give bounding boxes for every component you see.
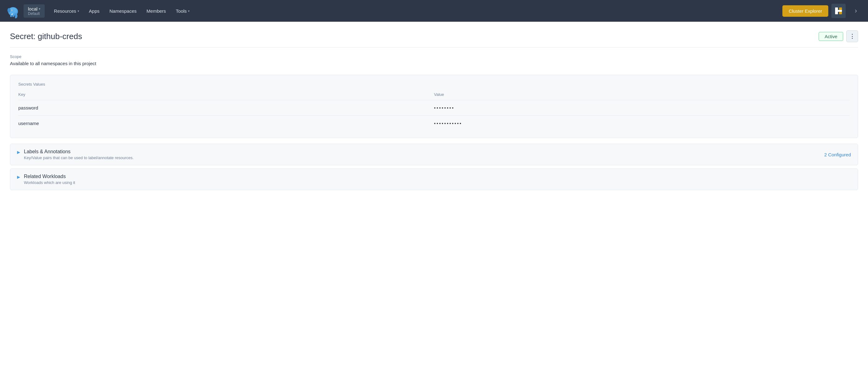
- key-column-header: Key: [18, 91, 434, 100]
- nav-item-apps[interactable]: Apps: [85, 6, 104, 16]
- brand: local ▾ Default: [5, 3, 45, 19]
- settings-icon-button[interactable]: ›: [849, 4, 863, 18]
- scope-label: Scope: [10, 54, 858, 59]
- collapsible-section-workloads: ▶ Related Workloads Workloads which are …: [10, 168, 858, 190]
- user-icon: [835, 7, 843, 15]
- collapse-arrow-icon: ▶: [17, 150, 20, 155]
- collapsible-title-block: Related Workloads Workloads which are us…: [24, 174, 75, 185]
- secret-key: username: [18, 116, 434, 131]
- navbar-right: Cluster Explorer ›: [782, 4, 863, 18]
- secret-key: password: [18, 100, 434, 116]
- nav-item-resources[interactable]: Resources ▾: [50, 6, 84, 16]
- navbar: local ▾ Default Resources ▾ Apps Namespa…: [0, 0, 868, 22]
- status-badge: Active: [819, 32, 843, 41]
- collapsible-left: ▶ Related Workloads Workloads which are …: [17, 174, 75, 185]
- value-column-header: Value: [434, 91, 850, 100]
- nav-item-tools[interactable]: Tools ▾: [172, 6, 194, 16]
- svg-rect-6: [10, 14, 12, 17]
- settings-chevron-icon: ›: [855, 7, 857, 15]
- cluster-explorer-button[interactable]: Cluster Explorer: [782, 5, 828, 17]
- brand-logo: [5, 3, 21, 19]
- collapsible-header-workloads[interactable]: ▶ Related Workloads Workloads which are …: [17, 174, 851, 185]
- svg-rect-11: [835, 10, 842, 12]
- collapsible-title: Labels & Annotations: [24, 149, 134, 155]
- table-row: username •••••••••••: [18, 116, 850, 131]
- cluster-chevron-icon: ▾: [39, 7, 40, 10]
- svg-point-5: [11, 10, 12, 10]
- tools-chevron-icon: ▾: [188, 9, 190, 13]
- cluster-default-label: Default: [28, 11, 40, 16]
- resources-chevron-icon: ▾: [78, 9, 79, 13]
- secret-value: •••••••••••: [434, 116, 850, 131]
- nav-item-members[interactable]: Members: [142, 6, 170, 16]
- svg-rect-7: [12, 14, 14, 17]
- collapsible-title: Related Workloads: [24, 174, 75, 179]
- scope-section: Scope Available to all namespaces in thi…: [10, 54, 858, 66]
- collapse-arrow-icon: ▶: [17, 175, 20, 179]
- collapsible-section-labels: ▶ Labels & Annotations Key/Value pairs t…: [10, 144, 858, 165]
- main-content: Secret: github-creds Active ⋮ Scope Avai…: [0, 22, 868, 202]
- user-icon-button[interactable]: [831, 4, 846, 18]
- table-row: password ••••••••: [18, 100, 850, 116]
- collapsible-left: ▶ Labels & Annotations Key/Value pairs t…: [17, 149, 134, 160]
- scope-value: Available to all namespaces in this proj…: [10, 61, 858, 66]
- secrets-section: Secrets Values Key Value password ••••••…: [10, 75, 858, 138]
- secrets-section-title: Secrets Values: [18, 82, 850, 87]
- cluster-selector[interactable]: local ▾ Default: [24, 4, 45, 18]
- collapsible-title-block: Labels & Annotations Key/Value pairs tha…: [24, 149, 134, 160]
- secrets-table: Key Value password •••••••• username •••…: [18, 91, 850, 131]
- nav-item-namespaces[interactable]: Namespaces: [105, 6, 141, 16]
- more-actions-button[interactable]: ⋮: [846, 30, 858, 42]
- collapsible-container: ▶ Labels & Annotations Key/Value pairs t…: [10, 144, 858, 190]
- svg-point-3: [7, 8, 10, 12]
- collapsible-subtitle: Workloads which are using it: [24, 180, 75, 185]
- secret-value: ••••••••: [434, 100, 850, 116]
- page-header: Secret: github-creds Active ⋮: [10, 30, 858, 42]
- page-title: Secret: github-creds: [10, 32, 82, 41]
- header-actions: Active ⋮: [819, 30, 858, 42]
- collapsible-subtitle: Key/Value pairs that can be used to labe…: [24, 155, 134, 160]
- nav-items: Resources ▾ Apps Namespaces Members Tool…: [50, 6, 783, 16]
- collapsible-header-labels[interactable]: ▶ Labels & Annotations Key/Value pairs t…: [17, 149, 851, 160]
- svg-rect-8: [14, 14, 16, 17]
- divider: [10, 47, 858, 48]
- collapsible-badge: 2 Configured: [824, 152, 851, 157]
- cluster-name: local ▾: [28, 6, 40, 11]
